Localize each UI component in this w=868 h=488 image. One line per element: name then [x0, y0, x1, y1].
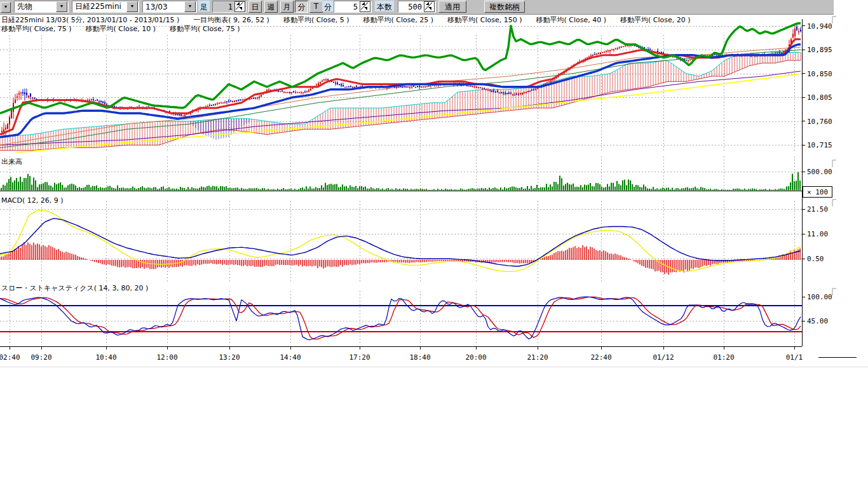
panel-splitter-icon	[832, 288, 836, 295]
svg-text:12:00: 12:00	[156, 353, 177, 362]
svg-text:01/1: 01/1	[786, 353, 803, 362]
stochastics-panel-label: スロー・ストキャスティクス( 14, 3, 80, 20 )	[1, 283, 148, 293]
svg-text:17:20: 17:20	[349, 353, 370, 362]
indicator-label-2: 一目均衡表( 9, 26, 52 )	[193, 16, 269, 24]
svg-text:21:20: 21:20	[527, 353, 548, 362]
svg-text:10,850: 10,850	[807, 70, 832, 78]
panel-splitter-icon	[832, 200, 836, 207]
macd-panel	[0, 210, 801, 275]
indicator-label-1: 移動平均( Close, 75 )	[1, 25, 72, 33]
svg-text:02:40: 02:40	[0, 353, 20, 362]
svg-text:20:00: 20:00	[465, 353, 486, 362]
svg-text:10,805: 10,805	[807, 93, 832, 102]
svg-text:100.00: 100.00	[807, 293, 832, 301]
svg-text:10,940: 10,940	[807, 22, 832, 30]
panel-splitter-icon	[832, 160, 836, 167]
svg-text:× 100: × 100	[807, 188, 828, 196]
svg-text:10,895: 10,895	[807, 46, 832, 54]
svg-text:09:20: 09:20	[31, 353, 51, 362]
indicator-label-4: 移動平均( Close, 25 )	[363, 16, 433, 24]
indicator-label-3: 移動平均( Close, 75 )	[170, 25, 240, 33]
svg-text:22:40: 22:40	[590, 353, 611, 362]
stochastics-panel	[0, 297, 801, 340]
volume-panel-label: 出来高	[1, 157, 22, 166]
panel-splitter-icon	[832, 17, 836, 24]
price-panel	[0, 24, 801, 154]
svg-text:500.00: 500.00	[807, 168, 832, 176]
svg-text:14:40: 14:40	[280, 353, 301, 362]
svg-text:01:20: 01:20	[713, 353, 734, 362]
macd-panel-label: MACD( 12, 26, 9 )	[1, 196, 64, 205]
indicator-label-1: 日経225mini 13/03( 5分, 2013/01/10 - 2013/0…	[1, 16, 179, 24]
svg-text:18:40: 18:40	[409, 353, 430, 362]
trading-chart-window: ▼ 先物 ▼ 日経225mini ▼ 13/03 ▼ 足 1 日週月分T 分 5	[0, 0, 868, 488]
svg-text:10:40: 10:40	[95, 353, 116, 362]
chart-canvas[interactable]: 10,94010,89510,85010,80510,76010,715500.…	[0, 0, 868, 381]
indicator-label-2: 移動平均( Close, 10 )	[86, 25, 156, 33]
svg-text:13:20: 13:20	[219, 353, 240, 362]
svg-text:21.50: 21.50	[807, 205, 828, 214]
chart-title-line1: 日経225mini 13/03( 5分, 2013/01/10 - 2013/0…	[1, 15, 705, 25]
indicator-label-5: 移動平均( Close, 150 )	[447, 16, 522, 24]
svg-text:45.00: 45.00	[807, 317, 828, 325]
indicator-label-7: 移動平均( Close, 20 )	[620, 16, 691, 24]
svg-text:01/12: 01/12	[653, 353, 674, 362]
svg-text:0.50: 0.50	[807, 255, 824, 263]
indicator-label-3: 移動平均( Close, 5 )	[283, 16, 349, 24]
chart-area: 10,94010,89510,85010,80510,76010,715500.…	[0, 0, 868, 488]
svg-text:10,715: 10,715	[807, 141, 832, 149]
indicator-label-6: 移動平均( Close, 40 )	[536, 16, 607, 24]
svg-text:11.00: 11.00	[807, 230, 828, 238]
svg-text:10,760: 10,760	[807, 118, 832, 126]
volume-panel	[1, 172, 800, 190]
chart-title-line2: 移動平均( Close, 75 )移動平均( Close, 10 )移動平均( …	[1, 24, 254, 34]
